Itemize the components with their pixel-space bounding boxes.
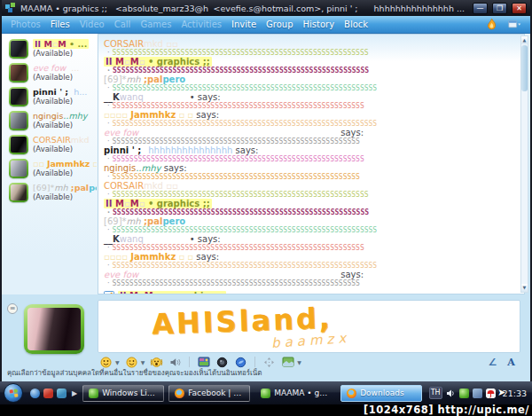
- chat-message: ▫▫▫▫ Jammhkz ▫ ▫ says:·SSSSSSSSSSSSSSSSS…: [104, 252, 513, 270]
- wink-caret-icon[interactable]: ▼: [141, 359, 145, 365]
- contact-avatar[interactable]: [9, 135, 28, 154]
- background-caret-icon[interactable]: ▼: [297, 359, 301, 365]
- bullet-icon: ·: [107, 84, 110, 92]
- layout-options-icon[interactable]: [508, 18, 521, 31]
- name-part: ▫: [90, 159, 97, 169]
- contact-name: pinni ' ; h...: [33, 87, 97, 97]
- task-label: MAAMA • graphic...: [274, 389, 330, 397]
- name-part: CORSAIR: [104, 39, 144, 49]
- contact-text: ▫▫ Jammhkz ▫(Available): [33, 159, 97, 177]
- menu-item-group[interactable]: Group: [266, 20, 293, 29]
- menu-item-block[interactable]: Block: [344, 20, 368, 29]
- name-part: ▫: [124, 199, 130, 208]
- chat-message: __Kwanq• says:·SSSSSSSSSSSSSSSSSSSSSSSSS…: [104, 234, 513, 252]
- avatar-photo: [11, 113, 27, 129]
- message-text: ·SSSSSSSSSSSSSSSSSSSSSSSSSSSSSSSSSSSSSSS…: [104, 226, 513, 234]
- contact-avatar[interactable]: [9, 159, 28, 178]
- watermark-text: [1024x768] http://upic.me/: [364, 404, 529, 416]
- message-list: CORSAIRmkd ▫▫·SSSSSSSSSSSSSSSSSSSSSSSSSS…: [104, 39, 513, 287]
- quicklaunch-icon-2[interactable]: [43, 389, 53, 398]
- task-label: Downloads: [360, 389, 403, 397]
- quicklaunch-expand-icon[interactable]: ▶: [72, 389, 77, 397]
- menu-item-invite[interactable]: Invite: [231, 20, 256, 29]
- scrollbar-thumb[interactable]: [521, 45, 528, 91]
- contact-row[interactable]: ▫▫ Jammhkz ▫(Available): [9, 159, 98, 183]
- contact-avatar[interactable]: [9, 183, 28, 202]
- name-part: [69]*: [104, 75, 127, 84]
- volume-icon[interactable]: [446, 389, 456, 398]
- menu-item-files[interactable]: Files: [51, 20, 70, 29]
- contact-row[interactable]: pinni ' ; h...(Available): [9, 87, 98, 111]
- close-button[interactable]: ✕: [512, 3, 527, 14]
- toolbar-divider: [254, 357, 255, 367]
- message-text: ·SSSSSSSSSSSSSSSSSSSSSSSSSSSSSSSSSSSSSSS…: [104, 279, 513, 287]
- contact-row[interactable]: eve fow ...(Available): [9, 63, 98, 87]
- contact-text: II M▫M • ...(Available): [33, 39, 97, 58]
- buddy-icon: [89, 389, 98, 398]
- name-part: ..mhy: [63, 111, 87, 121]
- move-tool-icon[interactable]: [262, 356, 276, 369]
- avira-antivirus-icon[interactable]: [486, 389, 496, 398]
- name-part: __K: [104, 92, 120, 102]
- self-display-picture[interactable]: [24, 304, 84, 354]
- quicklaunch-icon-3[interactable]: [57, 389, 66, 398]
- message-text: ·SSSSSSSSSSSSSSSSSSSSSSSSSSSSSSSSSSSSSSS…: [104, 262, 513, 270]
- scroll-down-icon[interactable]: ▼: [521, 284, 528, 292]
- contact-row[interactable]: [69]*mh ;palpero(Available): [9, 183, 98, 207]
- contact-row[interactable]: ngingis..mhy(Available): [9, 111, 98, 135]
- quicklaunch-icon-1[interactable]: [30, 389, 40, 398]
- language-indicator[interactable]: TH: [429, 387, 442, 399]
- background-button[interactable]: [281, 356, 294, 369]
- scroll-up-icon[interactable]: ▲: [521, 36, 528, 44]
- message-sender: CORSAIRmkd ▫▫: [104, 39, 513, 49]
- name-part: CORSAIR: [33, 135, 71, 145]
- name-part: mkd ▫▫: [144, 39, 178, 49]
- contact-avatar[interactable]: [9, 111, 28, 130]
- taskbar-button[interactable]: Downloads: [340, 385, 422, 402]
- contact-row[interactable]: CORSAIRmkd(Available): [9, 135, 98, 159]
- text-mode-button[interactable]: A: [505, 356, 518, 369]
- name-part: ;pal: [141, 75, 163, 84]
- taskbar-button[interactable]: Windows Live Messe...: [82, 385, 164, 402]
- minimize-button[interactable]: —: [473, 3, 488, 14]
- chat-message: ▫▫▫▫ Jammhkz ▫ ▫ says:·SSSSSSSSSSSSSSSSS…: [104, 110, 513, 128]
- handwriting-input[interactable]: AHISland, baamzx: [98, 300, 520, 353]
- contact-text: ngingis..mhy(Available): [33, 111, 97, 130]
- menu-item-video: Video: [80, 20, 105, 29]
- bullet-icon: ·: [107, 155, 110, 163]
- contact-avatar[interactable]: [9, 63, 28, 82]
- message-sender: [69]*mh ;palpero: [104, 75, 513, 84]
- message-sender: eve fowsays:: [104, 270, 513, 279]
- message-text: ·SSSSSSSSSSSSSSSSSSSSSSSSSSSSSSSSSSSSSSS…: [104, 191, 513, 199]
- contact-avatar[interactable]: [9, 39, 28, 59]
- collapse-avatar-button[interactable]: ≡: [7, 303, 18, 314]
- title-bar[interactable]: MAAMA • graphics ;; <absolute_marz33@hot…: [2, 0, 530, 16]
- message-text: ·SSSSSSSSSSSSSSSSSSSSSSSSSSSSSSSSSSSSSSS…: [104, 84, 513, 92]
- chat-scrollbar[interactable]: ▲ ▼: [520, 35, 528, 293]
- name-part: h...: [68, 87, 87, 97]
- taskbar-button[interactable]: MAAMA • graphic...: [254, 385, 336, 402]
- typing-contact-name: II M▫M▫ • graphics ;;: [118, 291, 226, 295]
- taskbar-clock[interactable]: 21:33: [503, 389, 527, 398]
- name-part: • graphics ;;: [145, 57, 209, 67]
- avatar-photo: [11, 137, 27, 153]
- flame-icon[interactable]: [485, 18, 498, 31]
- restore-button[interactable]: ❐: [492, 3, 507, 14]
- contact-status: (Available): [33, 169, 97, 177]
- contact-name: [69]*mh ;palpero: [33, 183, 97, 192]
- emoticon-caret-icon[interactable]: ▼: [115, 359, 120, 365]
- handwrite-mode-button[interactable]: ∠: [486, 356, 499, 369]
- network-tray-icon[interactable]: [473, 389, 482, 398]
- taskbar-button[interactable]: Facebook | Modzno ...: [168, 385, 250, 402]
- privacy-status-text: คุณเลือกว่าข้อมูลส่วนบุคคลใดที่คนอื่นในร…: [7, 367, 262, 379]
- messenger-tray-icon[interactable]: [459, 389, 469, 398]
- menu-items: PhotosFilesVideoCallGamesActivitiesInvit…: [11, 20, 368, 29]
- start-button[interactable]: [4, 383, 23, 403]
- chat-history[interactable]: CORSAIRmkd ▫▫·SSSSSSSSSSSSSSSSSSSSSSSSSS…: [98, 34, 525, 294]
- contact-avatar[interactable]: [9, 87, 28, 106]
- contact-row[interactable]: II M▫M • ...(Available): [9, 39, 98, 63]
- menu-item-history[interactable]: History: [303, 20, 335, 29]
- menu-item-photos: Photos: [11, 20, 41, 29]
- name-part: says:: [196, 252, 219, 262]
- bullet-icon: ·: [107, 208, 110, 216]
